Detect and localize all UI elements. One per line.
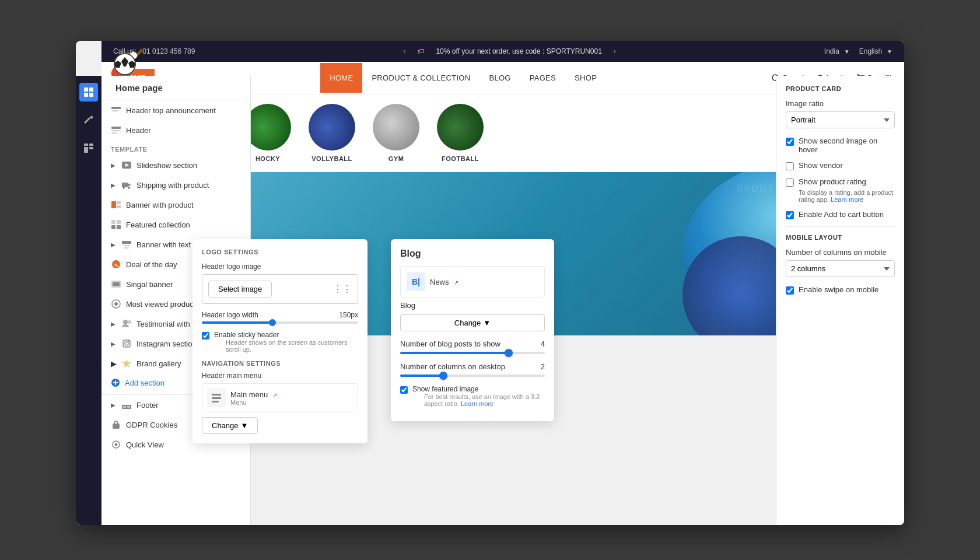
svg-rect-11 bbox=[111, 130, 121, 131]
blog-change-button[interactable]: Change ▼ bbox=[400, 314, 545, 331]
nav-link-home[interactable]: HOME bbox=[320, 63, 362, 93]
featured-icon bbox=[111, 219, 121, 230]
svg-rect-7 bbox=[89, 147, 93, 149]
columns-thumb[interactable] bbox=[439, 372, 447, 380]
featured-learn-more[interactable]: Learn more bbox=[461, 400, 494, 407]
svg-rect-25 bbox=[117, 225, 121, 229]
columns-track[interactable] bbox=[400, 374, 545, 377]
gym-img bbox=[373, 104, 419, 150]
svg-rect-43 bbox=[123, 406, 126, 408]
svg-marker-16 bbox=[128, 183, 131, 187]
change-chevron: ▼ bbox=[241, 421, 249, 430]
logo-image-label: Header logo image bbox=[202, 262, 358, 271]
nav-link-blog[interactable]: BLOG bbox=[480, 63, 520, 93]
sidebar-icon-grid[interactable] bbox=[79, 83, 98, 102]
header-icon bbox=[111, 125, 121, 135]
logo-width-value: 150px bbox=[339, 311, 358, 319]
svg-point-36 bbox=[128, 320, 131, 324]
image-ratio-select[interactable]: Portrait Square Landscape bbox=[786, 111, 895, 128]
svg-rect-19 bbox=[111, 201, 116, 208]
category-volleyball[interactable]: VOLLYBALL bbox=[309, 104, 355, 162]
sidebar-item-instagram-label: Instagram section bbox=[136, 340, 197, 348]
nav-link-products[interactable]: PRODUCT & COLLECTION bbox=[362, 63, 480, 93]
nav-settings-label: NAVIGATION SETTINGS bbox=[202, 360, 358, 367]
sidebar-icon-widget[interactable] bbox=[79, 139, 98, 158]
sidebar-icon-tool[interactable] bbox=[79, 111, 98, 130]
menu-external-icon[interactable]: ↗ bbox=[272, 392, 277, 398]
testimonial-icon bbox=[121, 318, 132, 329]
announcement-language[interactable]: English bbox=[859, 47, 882, 55]
sidebar-item-header[interactable]: Header bbox=[102, 120, 250, 140]
posts-track[interactable] bbox=[400, 352, 545, 354]
announcement-right: India ▼ English ▼ bbox=[824, 47, 892, 55]
svg-rect-1 bbox=[89, 88, 93, 92]
checkbox-row-swipe: Enable swipe on mobile bbox=[786, 285, 895, 295]
posts-thumb[interactable] bbox=[505, 349, 513, 357]
slideshow-expand: ▶ bbox=[111, 162, 116, 169]
announcement-prev-icon[interactable]: ‹ bbox=[403, 47, 405, 55]
sidebar-item-shipping[interactable]: ▶ Shipping with product bbox=[102, 175, 250, 195]
columns-mobile-select[interactable]: 1 column 2 columns 3 columns bbox=[786, 260, 895, 277]
checkbox-cart[interactable] bbox=[786, 211, 794, 219]
category-football[interactable]: FOOTBALL bbox=[437, 104, 484, 162]
svg-rect-26 bbox=[122, 241, 131, 244]
logo-width-thumb[interactable] bbox=[269, 319, 276, 326]
checkbox-rating[interactable] bbox=[786, 178, 794, 187]
svg-rect-15 bbox=[122, 183, 128, 187]
sticky-header-label-group: Enable sticky header Header shows on the… bbox=[214, 331, 358, 353]
shipping-expand: ▶ bbox=[111, 182, 116, 188]
svg-rect-2 bbox=[84, 93, 88, 97]
announcement-next-icon[interactable]: › bbox=[614, 47, 616, 55]
sidebar-item-deal-label: Deal of the day bbox=[126, 260, 177, 269]
checkbox-swipe[interactable] bbox=[786, 286, 794, 295]
checkbox-second-image[interactable] bbox=[786, 138, 794, 146]
sidebar-item-banner-product[interactable]: Banner with product bbox=[102, 195, 250, 215]
svg-rect-9 bbox=[111, 110, 118, 111]
sidebar-item-featured-label: Featured collection bbox=[126, 220, 190, 229]
category-hockey[interactable]: HOCKY bbox=[244, 104, 291, 162]
nav-link-pages[interactable]: PAGES bbox=[520, 63, 565, 93]
svg-rect-20 bbox=[117, 201, 121, 204]
quickview-icon bbox=[111, 439, 121, 450]
singal-icon bbox=[111, 279, 121, 289]
sidebar-item-singal-label: Singal banner bbox=[126, 280, 173, 289]
announcement-country[interactable]: India bbox=[824, 47, 839, 55]
sidebar-item-slideshow[interactable]: ▶ Slideshow section bbox=[102, 155, 250, 175]
sidebar-item-header-top-label: Header top announcement bbox=[126, 106, 216, 115]
checkbox-row-cart: Enable Add to cart button bbox=[786, 210, 895, 219]
checkbox-row-second-image: Show second image on hover bbox=[786, 136, 895, 154]
sidebar-icons bbox=[76, 76, 102, 525]
columns-mobile-label: Number of columns on mobile bbox=[786, 248, 895, 257]
logo-width-track[interactable] bbox=[202, 321, 358, 324]
category-gym[interactable]: GYM bbox=[373, 104, 419, 162]
rating-learn-more[interactable]: Learn more bbox=[831, 196, 863, 203]
nav-link-shop[interactable]: SHOP bbox=[565, 63, 606, 93]
footer-expand: ▶ bbox=[111, 402, 116, 408]
banner-text-icon bbox=[121, 239, 132, 250]
right-panel: PRODUCT CARD Image ratio Portrait Square… bbox=[776, 76, 904, 525]
featured-image-note: For best results, use an image with a 3:… bbox=[424, 393, 545, 407]
announcement-language-chevron: ▼ bbox=[887, 48, 892, 55]
sidebar-item-featured[interactable]: Featured collection bbox=[102, 215, 250, 235]
menu-change-button[interactable]: Change ▼ bbox=[202, 417, 258, 434]
svg-rect-28 bbox=[124, 247, 129, 249]
featured-image-checkbox[interactable] bbox=[400, 386, 408, 394]
svg-point-17 bbox=[123, 187, 125, 189]
sidebar-item-header-top[interactable]: Header top announcement bbox=[102, 100, 250, 120]
sidebar-item-banner-product-label: Banner with product bbox=[126, 201, 194, 209]
checkbox-rating-label: Show product rating bbox=[799, 177, 866, 186]
instagram-icon bbox=[121, 338, 132, 349]
product-card-title: PRODUCT CARD bbox=[786, 85, 895, 92]
menu-label: Header main menu bbox=[202, 372, 358, 380]
checkbox-vendor[interactable] bbox=[786, 162, 794, 170]
blog-news-link-icon[interactable]: ↗ bbox=[454, 279, 459, 286]
select-image-button[interactable]: Select image bbox=[208, 281, 272, 298]
svg-point-39 bbox=[128, 341, 130, 342]
svg-rect-21 bbox=[117, 205, 121, 208]
rating-note: To display a rating, add a product ratin… bbox=[799, 189, 895, 203]
checkbox-vendor-label: Show vendor bbox=[799, 161, 843, 170]
sticky-header-checkbox[interactable] bbox=[202, 332, 209, 340]
add-section-label: Add section bbox=[125, 379, 164, 387]
image-upload-area: Select image ⋮⋮ bbox=[202, 274, 358, 304]
sticky-header-label: Enable sticky header bbox=[214, 331, 358, 339]
